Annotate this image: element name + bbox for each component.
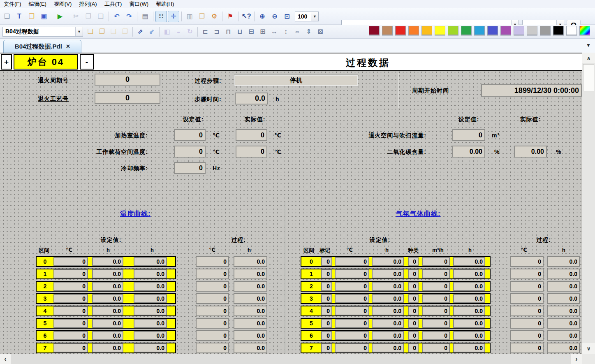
co2-content-set-field[interactable]: 0.00 <box>452 146 485 158</box>
tab-b04-process-data[interactable]: B04过程数据.Pdl × <box>3 40 81 53</box>
gas-kind-cell[interactable]: 0 <box>408 282 419 291</box>
temp-set_temp-cell[interactable]: 0 <box>53 306 88 315</box>
align-bottom-button[interactable]: ⊔ <box>234 26 245 37</box>
rotate-button[interactable]: ↻ <box>185 26 195 37</box>
gas-proc_temp-field[interactable]: 0 <box>510 293 544 304</box>
gas-set_h-cell[interactable]: 0.0 <box>372 331 404 340</box>
temp-proc_temp-field[interactable]: 0 <box>196 281 229 292</box>
co2-content-actual-field[interactable]: 0.00 <box>514 146 547 158</box>
temp-proc_h-field[interactable]: 0.0 <box>234 281 267 292</box>
gas-flow_h-cell[interactable]: 0.0 <box>453 282 485 291</box>
menu-tools[interactable]: 工具(T) <box>101 0 126 8</box>
temp-set_h2-cell[interactable]: 0.0 <box>134 269 167 278</box>
zoom-level-combo[interactable]: 100 ▼ <box>295 12 319 21</box>
print-button[interactable]: ▤ <box>139 11 151 22</box>
same-width-button[interactable]: ⇔ <box>292 26 303 37</box>
gas-proc_temp-field[interactable]: 0 <box>510 318 544 329</box>
temp-set_h2-cell[interactable]: 0.0 <box>134 282 167 291</box>
open-project-button[interactable]: ❒ <box>196 11 208 22</box>
color-swatch-9c9c9c[interactable] <box>540 26 551 35</box>
gas-mark-cell[interactable]: 0 <box>321 269 332 278</box>
gas-flow_h-cell[interactable]: 0.0 <box>453 343 485 352</box>
color-swatch-a64fb0[interactable] <box>500 26 511 35</box>
annealing-cycle-field[interactable]: 0 <box>95 74 160 86</box>
menu-view[interactable]: 视图(V) <box>50 0 75 8</box>
zoom-selection-button[interactable]: ⊡ <box>281 11 293 22</box>
center-horizontal-button[interactable]: ⊞ <box>257 26 268 37</box>
gas-flow-cell[interactable]: 0 <box>422 294 450 303</box>
temp-proc_temp-field[interactable]: 0 <box>196 269 229 279</box>
scroll-right-icon[interactable]: › <box>571 354 582 364</box>
gas-proc_h-field[interactable]: 0.0 <box>547 281 580 292</box>
flip-vertical-button[interactable]: ◒ <box>173 26 184 37</box>
color-swatch-ffff20[interactable] <box>435 26 445 35</box>
scroll-up-icon[interactable]: ∧ <box>582 53 595 63</box>
gas-kind-cell[interactable]: 0 <box>408 294 419 303</box>
temp-set_h2-cell[interactable]: 0.0 <box>134 343 167 352</box>
temp-proc_h-field[interactable]: 0.0 <box>234 306 267 316</box>
temp-proc_h-field[interactable]: 0.0 <box>234 318 267 329</box>
heating-chamber-temp-set-field[interactable]: 0 <box>174 129 206 141</box>
gas-proc_h-field[interactable]: 0.0 <box>547 343 580 353</box>
gas-set_h-cell[interactable]: 0.0 <box>372 319 404 328</box>
gas-proc_h-field[interactable]: 0.0 <box>547 256 580 267</box>
send-backward-button[interactable]: ❒ <box>120 26 130 37</box>
temp-set_h1-cell[interactable]: 0.0 <box>92 269 123 278</box>
temp-set_temp-cell[interactable]: 0 <box>53 282 88 291</box>
menu-window[interactable]: 窗口(W) <box>125 0 152 8</box>
gas-set_temp-cell[interactable]: 0 <box>335 269 369 278</box>
gas-set_h-cell[interactable]: 0.0 <box>372 294 404 303</box>
gas-mark-cell[interactable]: 0 <box>321 319 332 328</box>
align-right-button[interactable]: ⊐ <box>211 26 222 37</box>
menu-edit[interactable]: 编辑(E) <box>25 0 50 8</box>
step-time-field[interactable]: 0.0 <box>235 93 268 104</box>
temp-set_temp-cell[interactable]: 0 <box>53 343 88 352</box>
gas-kind-cell[interactable]: 0 <box>408 257 419 266</box>
undo-button[interactable]: ↶ <box>111 11 123 22</box>
gas-mark-cell[interactable]: 0 <box>321 343 332 352</box>
bring-forward-button[interactable]: ❑ <box>108 26 119 37</box>
temp-set_h2-cell[interactable]: 0.0 <box>134 331 167 340</box>
color-swatch-fbbd1b[interactable] <box>421 26 432 35</box>
annealing-process-no-field[interactable]: 0 <box>95 92 160 104</box>
gas-flow_h-cell[interactable]: 0.0 <box>453 257 485 266</box>
distribute-horizontal-button[interactable]: ↔ <box>269 26 280 37</box>
gas-set_temp-cell[interactable]: 0 <box>335 294 369 303</box>
gas-kind-cell[interactable]: 0 <box>408 269 419 278</box>
gas-mark-cell[interactable]: 0 <box>321 294 332 303</box>
temp-proc_temp-field[interactable]: 0 <box>196 330 229 341</box>
gas-set_temp-cell[interactable]: 0 <box>335 331 369 340</box>
gas-proc_temp-field[interactable]: 0 <box>510 269 544 279</box>
paste-button[interactable]: ❑ <box>95 11 106 22</box>
gas-flow_h-cell[interactable]: 0.0 <box>453 269 485 278</box>
gas-flow_h-cell[interactable]: 0.0 <box>453 306 485 315</box>
temp-proc_temp-field[interactable]: 0 <box>196 293 229 304</box>
temp-proc_temp-field[interactable]: 0 <box>196 343 229 353</box>
temp-proc_temp-field[interactable]: 0 <box>196 306 229 316</box>
gas-flow_h-cell[interactable]: 0.0 <box>453 294 485 303</box>
gas-set_temp-cell[interactable]: 0 <box>335 282 369 291</box>
temp-set_h1-cell[interactable]: 0.0 <box>92 257 123 266</box>
align-top-button[interactable]: ⊓ <box>223 26 234 37</box>
color-swatch-c9c0e8[interactable] <box>514 26 524 35</box>
temp-set_h2-cell[interactable]: 0.0 <box>134 319 167 328</box>
cut-button[interactable]: ✂ <box>70 11 82 22</box>
gas-kind-cell[interactable]: 0 <box>408 306 419 315</box>
temp-set_h1-cell[interactable]: 0.0 <box>92 306 123 315</box>
new-screen-button[interactable]: ❏ <box>1 11 13 22</box>
temp-set_h2-cell[interactable]: 0.0 <box>134 306 167 315</box>
color-swatch-29a2da[interactable] <box>474 26 485 35</box>
distribute-vertical-button[interactable]: ↕ <box>280 26 291 37</box>
cycle-start-field[interactable]: 1899/12/30 0:00:00 <box>481 84 582 97</box>
gas-proc_temp-field[interactable]: 0 <box>510 343 544 353</box>
gas-flow-cell[interactable]: 0 <box>422 269 450 278</box>
grid-button[interactable]: ∷ <box>155 11 167 22</box>
temp-curve-link[interactable]: 温度曲线: <box>120 210 150 218</box>
gas-kind-cell[interactable]: 0 <box>408 331 419 340</box>
gas-proc_temp-field[interactable]: 0 <box>510 281 544 292</box>
chevron-down-icon[interactable]: ▼ <box>311 12 318 21</box>
scroll-down-icon[interactable]: ∨ <box>582 343 595 354</box>
chevron-down-icon[interactable]: ▼ <box>75 27 83 36</box>
same-size-button[interactable]: ⊠ <box>315 26 326 37</box>
library-button[interactable]: ▥ <box>184 11 195 22</box>
